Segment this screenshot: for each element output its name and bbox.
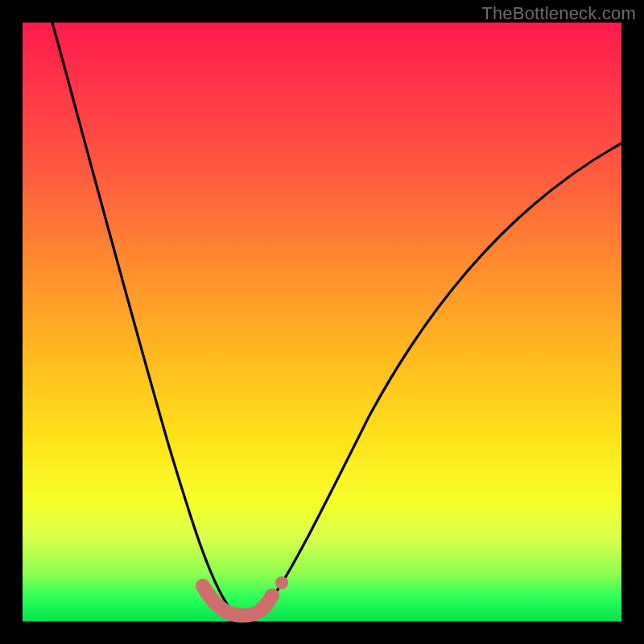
watermark-text: TheBottleneck.com [481,3,636,24]
bottleneck-floor-band [203,586,272,616]
chart-frame: TheBottleneck.com [0,0,644,644]
plot-area [23,23,621,621]
bottleneck-curve-path [52,23,621,616]
bottleneck-floor-dot [275,576,288,589]
bottleneck-curve-svg [23,23,621,621]
